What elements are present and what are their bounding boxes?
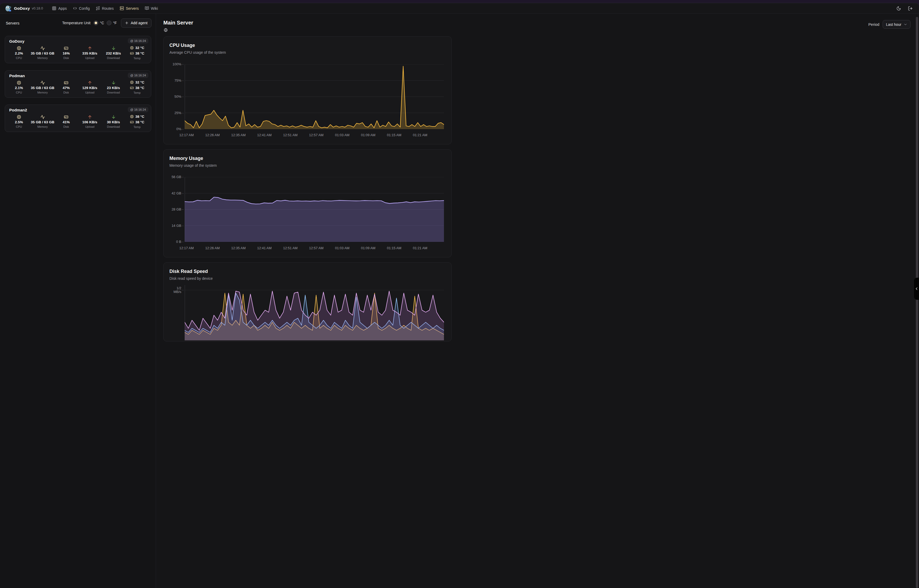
nav-item-label: Wiki — [151, 6, 158, 11]
chart-title: Memory Usage — [170, 156, 203, 161]
stat-value: 2.2% — [15, 51, 23, 56]
cpu-icon — [130, 115, 134, 118]
temperature-unit-label: Temperature Unit — [62, 21, 90, 25]
y-tick-label: 14 GB — [171, 224, 181, 228]
main-panel: Main Server Period Last hour CPU Usage A… — [156, 14, 460, 294]
nav-item-wiki[interactable]: Wiki — [145, 6, 158, 11]
radio-celsius[interactable]: °C — [94, 21, 104, 25]
x-tick-label: 12:57 AM — [309, 133, 323, 137]
nav-item-apps[interactable]: Apps — [52, 6, 67, 11]
nav-item-config[interactable]: Config — [73, 6, 90, 11]
y-axis-labels: 1/2 MB/s — [164, 285, 183, 294]
disk-temp-row: 38 °C — [130, 51, 144, 56]
cpu-temp-row: 38 °C — [130, 114, 144, 119]
stat-label: CPU — [16, 57, 22, 60]
stat-label: Upload — [85, 125, 94, 128]
hard-drive-icon — [130, 86, 134, 90]
radio-fahrenheit[interactable]: °F — [107, 21, 117, 25]
x-tick-label: 12:57 AM — [309, 246, 323, 250]
x-tick-label: 01:15 AM — [387, 246, 401, 250]
stat-temp: 32 °C 38 °C Temp — [125, 80, 149, 95]
server-card-podman2[interactable]: Podman2 @ 16:16:24 2.5% CPU 35 GB / 63 G… — [5, 105, 151, 132]
radio-celsius-label: °C — [100, 21, 104, 25]
y-tick-label: 75% — [174, 79, 181, 82]
cpu-icon — [16, 80, 21, 85]
disk-read-speed-card: Disk Read Speed Disk read speed by devic… — [163, 262, 452, 294]
cpu-chart-plot[interactable] — [185, 64, 444, 129]
stat-label: Upload — [85, 57, 94, 60]
stat-upload: 335 KB/s Upload — [78, 45, 102, 61]
arrow-down-icon — [111, 114, 116, 120]
stat-memory: 35 GB / 63 GB Memory — [31, 114, 55, 130]
stat-label: Download — [107, 57, 120, 60]
hard-drive-icon — [64, 114, 68, 120]
add-agent-button[interactable]: Add agent — [121, 18, 152, 27]
arrow-down-icon — [111, 45, 116, 50]
app-title: GoDoxy — [14, 6, 30, 11]
x-tick-label: 12:17 AM — [179, 133, 194, 137]
stat-value: 47% — [63, 86, 70, 90]
server-timestamp-badge: @ 16:16:24 — [128, 73, 149, 78]
server-stats-row: 2.5% CPU 35 GB / 63 GB Memory 41% Disk 1… — [7, 114, 149, 130]
chart-subtitle: Memory usage of the system — [170, 163, 217, 168]
cpu-usage-card: CPU Usage Average CPU usage of the syste… — [163, 36, 452, 144]
page-title: Main Server — [163, 20, 193, 26]
stat-label: Disk — [63, 125, 69, 128]
stat-value: 16% — [63, 51, 70, 56]
stat-download: 232 KB/s Download — [102, 45, 125, 61]
chart-title: Disk Read Speed — [170, 269, 208, 274]
arrow-down-icon — [111, 80, 116, 85]
stat-label: Download — [107, 91, 120, 94]
x-tick-label: 12:51 AM — [283, 246, 297, 250]
server-name: Podman2 — [9, 108, 27, 112]
chart-subtitle: Disk read speed by device — [170, 276, 213, 281]
stat-cpu: 2.1% CPU — [7, 80, 31, 95]
memory-chart-plot[interactable] — [185, 177, 444, 242]
server-card-godoxy[interactable]: GoDoxy @ 16:16:24 2.2% CPU 35 GB / 63 GB… — [5, 36, 151, 63]
radio-fahrenheit-label: °F — [113, 21, 117, 25]
stat-label: Disk — [63, 91, 69, 94]
y-tick-label: 0 B — [176, 240, 181, 244]
stat-upload: 106 KB/s Upload — [78, 114, 102, 130]
x-tick-label: 12:41 AM — [257, 133, 271, 137]
activity-icon — [40, 114, 45, 120]
book-icon — [145, 6, 149, 11]
stat-value: 30 KB/s — [107, 120, 120, 124]
stat-value: 2.1% — [15, 86, 23, 90]
radio-celsius-control[interactable] — [94, 21, 98, 25]
nav-item-routes[interactable]: Routes — [95, 6, 114, 11]
x-tick-label: 12:35 AM — [231, 133, 245, 137]
stat-value: 35 GB / 63 GB — [31, 51, 54, 56]
y-tick-label: 0% — [176, 127, 181, 131]
stat-temp: 38 °C 38 °C Temp — [125, 114, 149, 130]
x-tick-label: 01:03 AM — [335, 133, 349, 137]
arrow-up-icon — [87, 114, 92, 120]
server-card-podman[interactable]: Podman @ 16:16:24 2.1% CPU 35 GB / 63 GB… — [5, 70, 151, 98]
cpu-temp-row: 32 °C — [130, 45, 144, 50]
radio-fahrenheit-control[interactable] — [107, 21, 111, 25]
nav-item-label: Apps — [58, 6, 67, 11]
cpu-icon — [130, 46, 134, 50]
x-axis-labels: 12:17 AM12:26 AM12:35 AM12:41 AM12:51 AM… — [185, 246, 444, 251]
y-tick-label: 50% — [174, 95, 181, 99]
y-tick-label: 25% — [174, 111, 181, 115]
activity-icon — [40, 45, 45, 50]
stat-disk: 41% Disk — [54, 114, 78, 130]
arrow-up-icon — [87, 45, 92, 50]
x-tick-label: 01:15 AM — [387, 133, 401, 137]
disk-chart-plot[interactable] — [185, 285, 444, 294]
stat-value: 41% — [63, 120, 70, 124]
x-tick-label: 12:26 AM — [205, 246, 220, 250]
add-agent-label: Add agent — [131, 21, 147, 25]
stat-label: Temp — [134, 57, 141, 60]
server-stats-row: 2.2% CPU 35 GB / 63 GB Memory 16% Disk 3… — [7, 45, 149, 61]
nav-item-servers[interactable]: Servers — [120, 6, 139, 11]
x-tick-label: 01:09 AM — [361, 133, 375, 137]
server-name: GoDoxy — [9, 39, 24, 44]
disk-temp-row: 38 °C — [130, 86, 144, 90]
stat-value: 232 KB/s — [106, 51, 121, 56]
chart-subtitle: Average CPU usage of the system — [170, 50, 226, 55]
stat-value: 2.5% — [15, 120, 23, 124]
y-axis-labels: 100%75%50%25%0% — [164, 64, 183, 129]
stat-label: Download — [107, 125, 120, 128]
